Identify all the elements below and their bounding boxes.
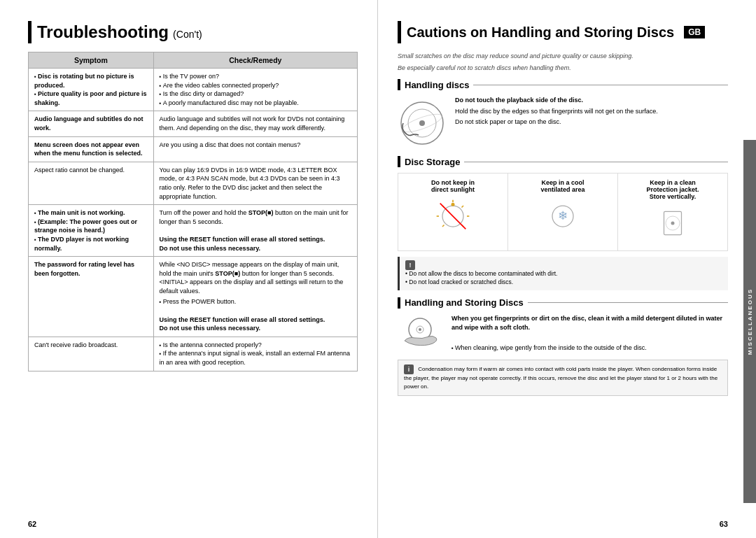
symptom-header: Symptom: [29, 52, 154, 69]
table-row: Aspect ratio cannot be changed. You can …: [29, 162, 358, 204]
gb-badge: GB: [684, 26, 705, 38]
title-bar-right: [398, 21, 401, 43]
remedy-cell: Are you using a disc that does not conta…: [153, 136, 357, 162]
list-item: (Example: The power goes out or strange …: [34, 218, 148, 235]
storage-label-1: Do not keep indirect sunlight: [402, 179, 503, 193]
subsection-divider: [528, 302, 728, 303]
handling-discs-title: Handling discs: [405, 80, 469, 90]
storage-label-2: Keep in a coolventilated area: [512, 179, 613, 193]
subsection-bar: [398, 156, 400, 167]
storage-label-3: Keep in a cleanProtection jacket.Store v…: [622, 179, 723, 200]
remedy-text: While <NO DISC> message appears on the d…: [160, 260, 351, 295]
symptom-cell: Aspect ratio cannot be changed.: [29, 162, 154, 204]
list-item: Is the antenna connected properly?: [160, 341, 351, 350]
svg-point-21: [419, 328, 421, 331]
table-row: The main unit is not working. (Example: …: [29, 205, 358, 257]
remedy-highlight2: Do not use this unless necessary.: [160, 244, 351, 253]
cleaning-instructions: When you get fingerprints or dirt on the…: [451, 314, 728, 353]
left-page: Troubleshooting (Con't) Symptom Check/Re…: [0, 0, 378, 538]
list-item: The main unit is not working.: [34, 208, 148, 218]
disc-storage-heading: Disc Storage: [398, 156, 728, 167]
jacket-icon: [655, 206, 690, 241]
remedy-highlight2: Do not use this unless necessary.: [160, 324, 351, 333]
list-item: If the antenna's input signal is weak, i…: [160, 349, 351, 367]
handling-discs-heading: Handling discs: [398, 79, 728, 90]
list-item: A poorly manufactured disc may not be pl…: [160, 99, 351, 108]
right-page-title: Cautions on Handling and Storing Discs: [407, 23, 674, 41]
list-item: Is the disc dirty or damaged?: [160, 90, 351, 99]
storage-cell-jacket: Keep in a cleanProtection jacket.Store v…: [618, 174, 727, 250]
caution-subtitle2: Be especially careful not to scratch dis…: [398, 64, 728, 73]
caution-subtitle1: Small scratches on the disc may reduce s…: [398, 52, 728, 61]
warning-item-2: Do not load cracked or scratched discs.: [405, 278, 722, 287]
disc-storage-title: Disc Storage: [405, 157, 460, 167]
storage-cell-cool: Keep in a coolventilated area ❄: [508, 174, 618, 250]
note-text: Condensation may form if warm air comes …: [404, 366, 718, 390]
remedy-list: Is the TV power on? Are the video cables…: [160, 72, 351, 107]
handling-instruction-1: Do not touch the playback side of the di…: [455, 96, 658, 106]
symptom-cell: Disc is rotating but no picture is produ…: [29, 69, 154, 111]
troubleshooting-table: Symptom Check/Remedy Disc is rotating bu…: [28, 52, 358, 371]
svg-line-7: [462, 206, 464, 208]
cleaning-main-text: When you get fingerprints or dirt on the…: [451, 314, 728, 333]
disc-storage-warnings: ! Do not allow the discs to become conta…: [398, 257, 728, 290]
symptom-cell: Menu screen does not appear even when th…: [29, 136, 154, 162]
remedy-cell: Is the TV power on? Are the video cables…: [153, 69, 357, 111]
left-page-title: Troubleshooting (Con't): [37, 22, 202, 42]
cleaning-svg: [398, 314, 443, 353]
symptom-cell: The main unit is not working. (Example: …: [29, 205, 154, 257]
right-title-block: Cautions on Handling and Storing Discs G…: [398, 21, 728, 43]
list-item: Press the POWER button.: [160, 297, 351, 306]
misc-label-container: MISCELLANEOUS: [743, 140, 756, 503]
subsection-bar: [398, 297, 400, 309]
warning-item-1: Do not allow the discs to become contami…: [405, 270, 722, 278]
handling-storing-heading: Handling and Storing Discs: [398, 297, 728, 309]
symptom-text: Audio language and subtitles do not work…: [34, 115, 144, 132]
handling-storing-title: Handling and Storing Discs: [405, 297, 524, 308]
remedy-highlight: Using the RESET function will erase all …: [160, 316, 351, 325]
symptom-cell: Can't receive radio broadcast.: [29, 337, 154, 371]
warning-list: Do not allow the discs to become contami…: [405, 270, 722, 287]
storage-cell-sunlight: Do not keep indirect sunlight: [398, 174, 508, 250]
note-icon: i: [404, 364, 414, 374]
remedy-cell: Audio language and subtitles will not wo…: [153, 111, 357, 136]
table-row: Menu screen does not appear even when th…: [29, 136, 358, 162]
remedy-bullets: Press the POWER button.: [160, 297, 351, 306]
svg-point-18: [671, 222, 675, 225]
handling-storing-content: When you get fingerprints or dirt on the…: [398, 314, 728, 354]
remedy-text: Audio language and subtitles will not wo…: [160, 115, 345, 132]
handling-instruction-3: Do not stick paper or tape on the disc.: [455, 118, 658, 127]
symptom-list: Disc is rotating but no picture is produ…: [34, 72, 148, 107]
remedy-highlight: Using the RESET function will erase all …: [160, 235, 351, 244]
svg-point-5: [451, 203, 455, 206]
symptom-list: The main unit is not working. (Example: …: [34, 208, 148, 253]
list-item: Disc is rotating but no picture is produ…: [34, 72, 148, 90]
svg-line-10: [442, 225, 444, 227]
list-item: Picture quality is poor and picture is s…: [34, 90, 148, 107]
handling-instruction-2: Hold the disc by the edges so that finge…: [455, 107, 658, 117]
storage-grid: Do not keep indirect sunlight Keep in a …: [398, 173, 728, 251]
remedy-cell: Is the antenna connected properly? If th…: [153, 337, 357, 371]
subsection-divider: [473, 85, 728, 85]
list-item: Are the video cables connected properly?: [160, 81, 351, 90]
remedy-text: Turn off the power and hold the STOP(■) …: [160, 208, 351, 226]
subsection-divider: [464, 162, 728, 162]
svg-text:❄: ❄: [558, 209, 568, 222]
no-sunlight-icon: [435, 199, 470, 234]
symptom-text: Can't receive radio broadcast.: [34, 341, 118, 348]
cleaning-icon: [398, 314, 443, 354]
disc-svg: [398, 99, 447, 148]
list-item: The DVD player is not working normally.: [34, 235, 148, 253]
symptom-text: Menu screen does not appear even when th…: [34, 141, 143, 157]
handling-discs-content: Do not touch the playback side of the di…: [398, 96, 728, 149]
page-number-right: 63: [720, 520, 728, 528]
symptom-text: Aspect ratio cannot be changed.: [34, 167, 125, 174]
page-number-left: 62: [28, 520, 36, 528]
remedy-header: Check/Remedy: [153, 52, 357, 69]
right-page: Cautions on Handling and Storing Discs G…: [378, 0, 756, 538]
remedy-cell: While <NO DISC> message appears on the d…: [153, 257, 357, 337]
table-row: Disc is rotating but no picture is produ…: [29, 69, 358, 111]
table-row: Audio language and subtitles do not work…: [29, 111, 358, 136]
misc-label: MISCELLANEOUS: [747, 288, 753, 355]
remedy-text: Are you using a disc that does not conta…: [160, 141, 301, 148]
